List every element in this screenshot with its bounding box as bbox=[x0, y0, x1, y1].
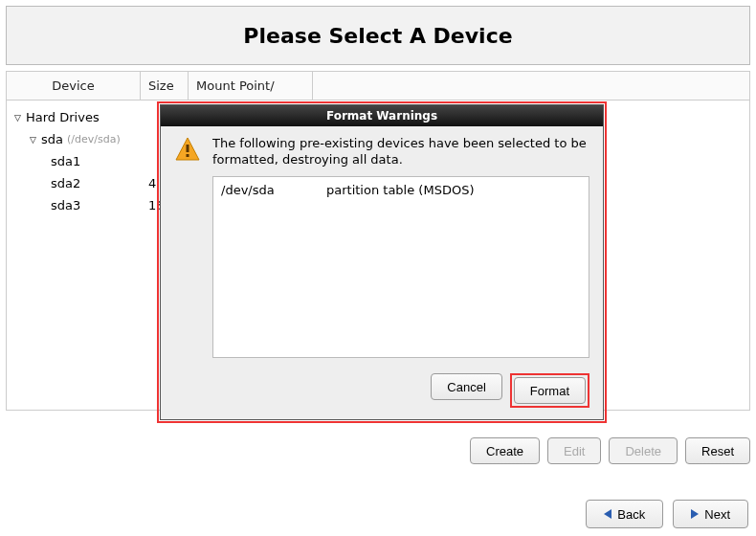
table-header: Device Size Mount Point/ bbox=[7, 72, 749, 100]
next-button[interactable]: Next bbox=[673, 500, 748, 528]
format-device-list[interactable]: /dev/sda partition table (MSDOS) bbox=[212, 176, 589, 358]
svg-rect-1 bbox=[187, 145, 189, 152]
arrow-right-icon bbox=[691, 507, 699, 522]
tree-part-label: sda3 bbox=[51, 198, 80, 212]
page-title: Please Select A Device bbox=[243, 24, 512, 48]
warning-icon bbox=[174, 136, 203, 358]
cancel-button[interactable]: Cancel bbox=[431, 373, 501, 400]
dialog-titlebar[interactable]: Format Warnings bbox=[161, 105, 603, 126]
format-highlight: Format bbox=[510, 373, 589, 408]
tree-part-label: sda2 bbox=[51, 176, 80, 190]
col-mount[interactable]: Mount Point/ bbox=[189, 72, 313, 100]
back-label: Back bbox=[617, 507, 645, 522]
dialog-body: The following pre-existing devices have … bbox=[161, 126, 603, 364]
delete-button: Delete bbox=[609, 437, 678, 464]
col-size[interactable]: Size bbox=[141, 72, 189, 100]
format-warnings-dialog: Format Warnings The following pre-existi… bbox=[160, 104, 604, 420]
expand-icon[interactable]: ▽ bbox=[14, 113, 26, 123]
title-panel: Please Select A Device bbox=[6, 6, 750, 65]
tree-part-size: 4 bbox=[148, 176, 156, 190]
edit-button: Edit bbox=[547, 437, 601, 464]
svg-rect-2 bbox=[187, 154, 189, 157]
dialog-buttons: Cancel Format bbox=[161, 364, 603, 419]
format-button[interactable]: Format bbox=[514, 377, 586, 404]
list-item[interactable]: /dev/sda partition table (MSDOS) bbox=[221, 183, 581, 197]
expand-icon[interactable]: ▽ bbox=[30, 135, 41, 145]
arrow-left-icon bbox=[604, 507, 611, 522]
tree-root-label: Hard Drives bbox=[26, 110, 100, 124]
tree-disk-label: sda bbox=[41, 132, 63, 146]
dialog-message: The following pre-existing devices have … bbox=[212, 136, 589, 168]
list-device: /dev/sda bbox=[221, 183, 326, 197]
action-bar: Create Edit Delete Reset bbox=[470, 437, 750, 464]
dialog-content: The following pre-existing devices have … bbox=[212, 136, 589, 358]
col-device[interactable]: Device bbox=[7, 72, 141, 100]
create-button[interactable]: Create bbox=[470, 437, 540, 464]
nav-bar: Back Next bbox=[586, 500, 748, 528]
back-button[interactable]: Back bbox=[586, 500, 663, 528]
list-desc: partition table (MSDOS) bbox=[326, 183, 474, 197]
tree-part-label: sda1 bbox=[51, 154, 80, 168]
reset-button[interactable]: Reset bbox=[685, 437, 750, 464]
next-label: Next bbox=[704, 507, 730, 522]
tree-disk-path: (/dev/sda) bbox=[67, 133, 121, 145]
